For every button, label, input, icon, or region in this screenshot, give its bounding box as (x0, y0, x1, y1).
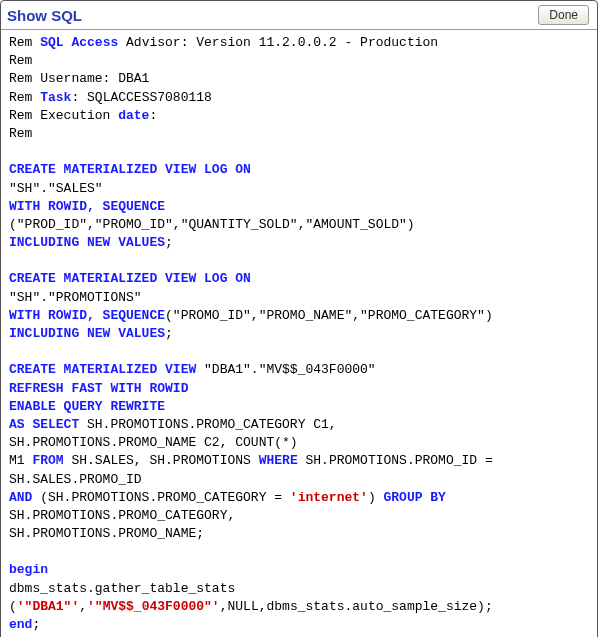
mvlog1-l5b: ; (165, 235, 173, 250)
mv-l3: ENABLE QUERY REWRITE (9, 399, 165, 414)
mv-l4a: AS SELECT (9, 417, 79, 432)
rem-l2: Rem (9, 53, 32, 68)
rem-l5-a: Rem Execution (9, 108, 118, 123)
mv-l8c: 'internet' (290, 490, 368, 505)
mvlog2-l2: "SH"."PROMOTIONS" (9, 290, 142, 305)
mv-l8b: (SH.PROMOTIONS.PROMO_CATEGORY = (32, 490, 289, 505)
plsql-l3b: '"DBA1"' (17, 599, 79, 614)
plsql-l3c: , (79, 599, 87, 614)
mv-l6c: SH.SALES, SH.PROMOTIONS (64, 453, 259, 468)
panel-title: Show SQL (7, 7, 82, 24)
mv-l6a: M1 (9, 453, 32, 468)
mv-l1a: CREATE MATERIALIZED VIEW (9, 362, 196, 377)
mvlog2-l3a: WITH ROWID, SEQUENCE (9, 308, 165, 323)
rem-l6: Rem (9, 126, 32, 141)
mv-l6e: SH.PROMOTIONS.PROMO_ID = (298, 453, 493, 468)
mvlog1-l2: "SH"."SALES" (9, 181, 103, 196)
mv-l2: REFRESH FAST WITH ROWID (9, 381, 188, 396)
done-button[interactable]: Done (538, 5, 589, 25)
plsql-l2: dbms_stats.gather_table_stats (9, 581, 235, 596)
mvlog1-l3: WITH ROWID, SEQUENCE (9, 199, 165, 214)
plsql-l3d: '"MV$$_043F0000"' (87, 599, 220, 614)
rem-l1-c: Advisor: Version 11.2.0.0.2 - Production (118, 35, 438, 50)
mv-l8d: ) (368, 490, 384, 505)
sql-code: Rem SQL Access Advisor: Version 11.2.0.0… (1, 30, 597, 637)
mv-l8e: GROUP BY (383, 490, 445, 505)
rem-l4-b: Task (40, 90, 71, 105)
mvlog2-l4a: INCLUDING NEW VALUES (9, 326, 165, 341)
panel-header: Show SQL Done (1, 1, 597, 30)
mv-l5: SH.PROMOTIONS.PROMO_NAME C2, COUNT(*) (9, 435, 298, 450)
plsql-l4b: ; (32, 617, 40, 632)
mv-l6b: FROM (32, 453, 63, 468)
mv-l8a: AND (9, 490, 32, 505)
show-sql-panel: Show SQL Done Rem SQL Access Advisor: Ve… (0, 0, 598, 637)
mv-l7: SH.SALES.PROMO_ID (9, 472, 142, 487)
mvlog1-l4: ("PROD_ID","PROMO_ID","QUANTITY_SOLD","A… (9, 217, 415, 232)
rem-l3: Rem Username: DBA1 (9, 71, 149, 86)
mv-l9: SH.PROMOTIONS.PROMO_CATEGORY, (9, 508, 235, 523)
mv-l10: SH.PROMOTIONS.PROMO_NAME; (9, 526, 204, 541)
plsql-l3e: ,NULL,dbms_stats.auto_sample_size); (220, 599, 493, 614)
rem-l5-c: : (149, 108, 157, 123)
rem-l5-b: date (118, 108, 149, 123)
rem-l4-c: : SQLACCESS7080118 (71, 90, 211, 105)
plsql-l4a: end (9, 617, 32, 632)
mvlog2-l4b: ; (165, 326, 173, 341)
mv-l4b: SH.PROMOTIONS.PROMO_CATEGORY C1, (79, 417, 336, 432)
mv-l1b: "DBA1"."MV$$_043F0000" (196, 362, 375, 377)
plsql-l1: begin (9, 562, 48, 577)
rem-l1-b: SQL Access (40, 35, 118, 50)
rem-l4-a: Rem (9, 90, 40, 105)
mvlog1-l1: CREATE MATERIALIZED VIEW LOG ON (9, 162, 251, 177)
rem-l1-a: Rem (9, 35, 40, 50)
mvlog2-l3b: ("PROMO_ID","PROMO_NAME","PROMO_CATEGORY… (165, 308, 493, 323)
mvlog1-l5a: INCLUDING NEW VALUES (9, 235, 165, 250)
plsql-l3a: ( (9, 599, 17, 614)
mvlog2-l1: CREATE MATERIALIZED VIEW LOG ON (9, 271, 251, 286)
mv-l6d: WHERE (259, 453, 298, 468)
